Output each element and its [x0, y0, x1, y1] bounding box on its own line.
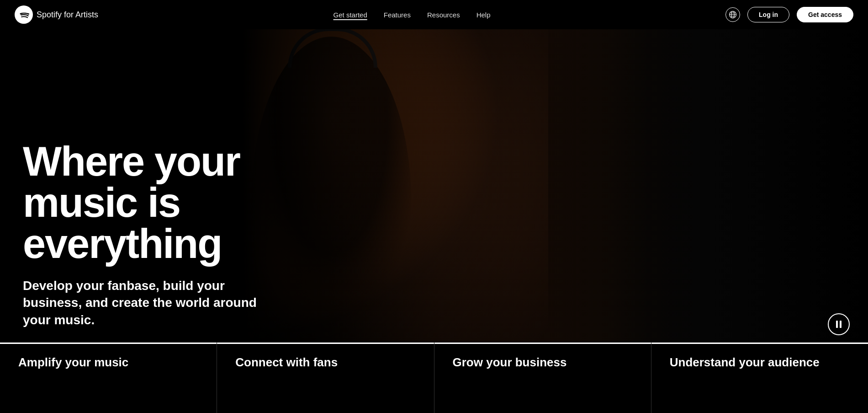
brand-name: Spotify for Artists: [37, 10, 98, 20]
hero-subtitle: Develop your fanbase, build your busines…: [23, 277, 279, 329]
navbar: Spotify for Artists Get started Features…: [0, 0, 868, 29]
get-access-button[interactable]: Get access: [797, 7, 853, 22]
features-bar: Amplify your music Connect with fans Gro…: [0, 342, 868, 413]
hero-content: Where your music is everything Develop y…: [23, 141, 333, 329]
language-selector[interactable]: [725, 7, 740, 22]
nav-features[interactable]: Features: [384, 11, 411, 19]
pause-button[interactable]: [828, 313, 850, 335]
nav-links: Get started Features Resources Help: [333, 11, 491, 19]
feature-understand[interactable]: Understand your audience: [651, 343, 868, 413]
pause-bar-right: [840, 321, 842, 328]
feature-grow[interactable]: Grow your business: [434, 343, 651, 413]
feature-amplify-title: Amplify your music: [18, 355, 198, 370]
feature-connect[interactable]: Connect with fans: [217, 343, 434, 413]
brand: Spotify for Artists: [15, 5, 98, 24]
nav-get-started[interactable]: Get started: [333, 11, 367, 19]
spotify-logo-icon: [15, 5, 33, 24]
pause-bar-left: [836, 321, 838, 328]
feature-grow-title: Grow your business: [453, 355, 633, 370]
globe-icon: [729, 11, 737, 19]
login-button[interactable]: Log in: [747, 7, 789, 22]
nav-help[interactable]: Help: [476, 11, 491, 19]
feature-connect-title: Connect with fans: [235, 355, 415, 370]
pause-icon: [836, 321, 842, 328]
feature-understand-title: Understand your audience: [670, 355, 850, 370]
hero-title: Where your music is everything: [23, 141, 333, 264]
navbar-actions: Log in Get access: [725, 7, 853, 22]
nav-resources[interactable]: Resources: [427, 11, 460, 19]
feature-amplify[interactable]: Amplify your music: [0, 343, 217, 413]
